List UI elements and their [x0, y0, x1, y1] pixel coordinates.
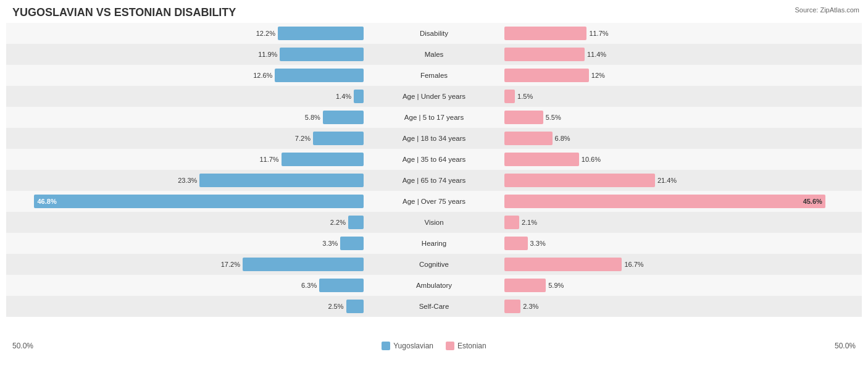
right-axis-label: 50.0% — [835, 342, 856, 350]
right-bar-container: 16.7% — [502, 254, 862, 275]
left-bar — [313, 132, 364, 145]
left-bar — [243, 258, 364, 271]
right-bar — [504, 132, 553, 145]
chart-container: YUGOSLAVIAN VS ESTONIAN DISABILITY Sourc… — [0, 0, 868, 378]
left-value-label: 5.8% — [305, 114, 320, 121]
row-label: Age | 5 to 17 years — [366, 114, 502, 121]
left-bar-container: 7.2% — [6, 128, 366, 149]
left-bar — [340, 237, 364, 250]
left-bar-container: 1.4% — [6, 86, 366, 107]
chart-area: 12.2% Disability 11.7% 11.9% Males — [6, 23, 862, 339]
left-bar-container: 11.9% — [6, 44, 366, 65]
right-bar-container: 5.5% — [502, 107, 862, 128]
right-bar — [504, 216, 519, 229]
right-bar-value: 45.6% — [803, 198, 822, 205]
right-bar — [504, 48, 585, 61]
row-label: Hearing — [366, 240, 502, 247]
right-value-label: 1.5% — [517, 93, 533, 100]
left-value-label: 12.6% — [253, 72, 272, 79]
left-bar — [319, 279, 364, 292]
row-label: Disability — [366, 30, 502, 37]
left-bar — [323, 111, 364, 124]
right-value-label: 2.1% — [522, 219, 537, 226]
table-row: 2.5% Self-Care 2.3% — [6, 296, 862, 317]
legend-label: Estonian — [457, 342, 486, 350]
left-bar-container: 12.2% — [6, 23, 366, 44]
right-bar — [504, 300, 520, 313]
left-value-label: 17.2% — [221, 261, 240, 268]
right-bar-container: 6.8% — [502, 128, 862, 149]
right-bar — [504, 27, 586, 40]
row-label: Age | 65 to 74 years — [366, 177, 502, 184]
table-row: 11.9% Males 11.4% — [6, 44, 862, 65]
left-value-label: 6.3% — [301, 282, 317, 289]
left-bar-value: 46.8% — [37, 198, 56, 205]
left-value-label: 1.4% — [336, 93, 351, 100]
left-bar — [348, 216, 364, 229]
table-row: 23.3% Age | 65 to 74 years 21.4% — [6, 170, 862, 191]
chart-title: YUGOSLAVIAN VS ESTONIAN DISABILITY — [6, 6, 862, 19]
right-bar — [504, 111, 543, 124]
left-bar-container: 17.2% — [6, 254, 366, 275]
row-label: Males — [366, 51, 502, 58]
left-value-label: 2.5% — [328, 303, 343, 310]
row-label: Females — [366, 72, 502, 79]
right-value-label: 5.9% — [548, 282, 564, 289]
left-bar-container: 5.8% — [6, 107, 366, 128]
row-label: Age | 18 to 34 years — [366, 135, 502, 142]
left-bar — [275, 69, 364, 82]
right-bar-container: 10.6% — [502, 149, 862, 170]
left-value-label: 2.2% — [330, 219, 346, 226]
table-row: 6.3% Ambulatory 5.9% — [6, 275, 862, 296]
right-bar: 45.6% — [504, 195, 825, 208]
legend: YugoslavianEstonian — [33, 342, 835, 350]
row-label: Ambulatory — [366, 282, 502, 289]
right-bar — [504, 258, 622, 271]
legend-label: Yugoslavian — [393, 342, 433, 350]
row-label: Age | 35 to 64 years — [366, 156, 502, 163]
table-row: 5.8% Age | 5 to 17 years 5.5% — [6, 107, 862, 128]
right-bar-container: 11.4% — [502, 44, 862, 65]
left-bar-container: 46.8% — [6, 191, 366, 212]
left-bar-container: 3.3% — [6, 233, 366, 254]
row-label: Age | Over 75 years — [366, 198, 502, 205]
right-bar — [504, 237, 528, 250]
right-value-label: 10.6% — [582, 156, 601, 163]
right-bar-container: 11.7% — [502, 23, 862, 44]
right-value-label: 3.3% — [530, 240, 546, 247]
right-value-label: 6.8% — [555, 135, 570, 142]
right-value-label: 16.7% — [624, 261, 643, 268]
table-row: 3.3% Hearing 3.3% — [6, 233, 862, 254]
table-row: 46.8% Age | Over 75 years 45.6% — [6, 191, 862, 212]
left-value-label: 11.7% — [259, 156, 278, 163]
left-bar-container: 2.2% — [6, 212, 366, 233]
right-bar-container: 21.4% — [502, 170, 862, 191]
left-value-label: 7.2% — [295, 135, 311, 142]
right-bar-container: 2.1% — [502, 212, 862, 233]
row-label: Age | Under 5 years — [366, 93, 502, 100]
right-value-label: 5.5% — [546, 114, 561, 121]
right-bar-container: 5.9% — [502, 275, 862, 296]
right-bar — [504, 174, 655, 187]
table-row: 12.6% Females 12% — [6, 65, 862, 86]
right-bar-container: 2.3% — [502, 296, 862, 317]
right-bar — [504, 153, 579, 166]
left-value-label: 12.2% — [256, 30, 275, 37]
left-bar-container: 2.5% — [6, 296, 366, 317]
right-bar-container: 12% — [502, 65, 862, 86]
right-bar-container: 1.5% — [502, 86, 862, 107]
table-row: 17.2% Cognitive 16.7% — [6, 254, 862, 275]
right-bar — [504, 69, 589, 82]
left-bar-container: 12.6% — [6, 65, 366, 86]
left-value-label: 3.3% — [322, 240, 338, 247]
left-value-label: 23.3% — [178, 177, 197, 184]
row-label: Self-Care — [366, 303, 502, 310]
right-bar — [504, 90, 515, 103]
left-bar-container: 23.3% — [6, 170, 366, 191]
left-bar-container: 6.3% — [6, 275, 366, 296]
legend-color-box — [446, 342, 454, 350]
legend-item: Yugoslavian — [382, 342, 433, 350]
legend-item: Estonian — [446, 342, 486, 350]
right-value-label: 21.4% — [657, 177, 677, 184]
right-bar-container: 3.3% — [502, 233, 862, 254]
